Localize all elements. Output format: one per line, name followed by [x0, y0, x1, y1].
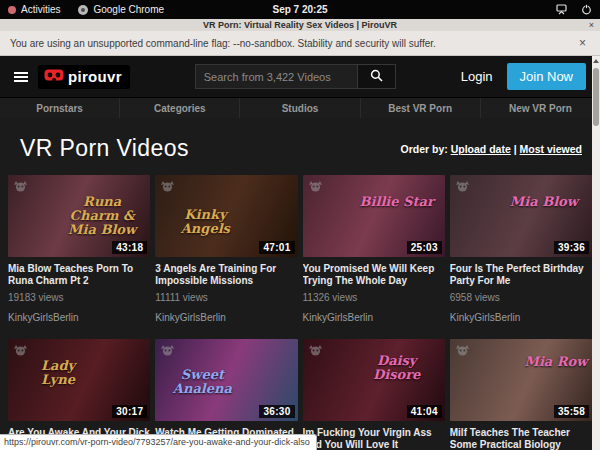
- activities-button[interactable]: Activities: [8, 4, 60, 15]
- nav-item-studios[interactable]: Studios: [239, 98, 359, 118]
- tab-close-icon[interactable]: ×: [589, 19, 594, 31]
- infobar-message: You are using an unsupported command-lin…: [10, 38, 436, 49]
- video-title[interactable]: Im Fucking Your Virgin Ass And You Will …: [303, 427, 445, 450]
- thumbnail-overlay-text: Daisy Disore: [353, 354, 441, 383]
- video-card[interactable]: Daisy Disore 41:04 Im Fucking Your Virgi…: [303, 339, 445, 450]
- duration-badge: 36:30: [259, 405, 294, 418]
- studio-watermark-icon: [160, 343, 175, 361]
- thumbnail-overlay-text: Kinky Angels: [161, 208, 249, 237]
- vr-headset-icon: [44, 68, 64, 86]
- video-card[interactable]: Mia Blow 39:36 Four Is The Perfect Birth…: [450, 175, 592, 325]
- video-thumbnail[interactable]: Kinky Angels 47:01: [155, 175, 297, 257]
- screen-share-icon[interactable]: [556, 4, 567, 15]
- order-by-label: Order by:: [400, 143, 447, 155]
- join-now-button[interactable]: Join Now: [507, 63, 586, 90]
- chrome-app-menu[interactable]: Google Chrome: [78, 4, 164, 15]
- view-count: 6958 views: [450, 292, 592, 303]
- thumbnail-overlay-text: Mia Row: [524, 355, 588, 369]
- duration-badge: 25:03: [407, 241, 442, 254]
- browser-tab-bar: VR Porn: Virtual Reality Sex Videos | Pi…: [0, 19, 600, 31]
- studio-watermark-icon: [455, 343, 470, 361]
- video-card[interactable]: Runa Charm & Mia Blow 43:18 Mia Blow Tea…: [8, 175, 150, 325]
- view-count: 11111 views: [155, 292, 297, 303]
- search-button[interactable]: [358, 64, 396, 89]
- thumbnail-overlay-text: Mia Blow: [500, 195, 588, 209]
- recording-indicator-icon: [8, 6, 16, 14]
- link-preview-status-bar: https://pirouvr.com/vr-porn-video/779325…: [0, 434, 317, 450]
- scrollbar-up-arrow-icon[interactable]: [593, 59, 599, 63]
- thumbnail-overlay-text: Lady Lyne: [26, 359, 90, 388]
- video-title[interactable]: 3 Angels Are Training For Impossible Mis…: [155, 263, 297, 287]
- video-title[interactable]: Mia Blow Teaches Porn To Runa Charm Pt 2: [8, 263, 150, 287]
- nav-item-best-vr-porn[interactable]: Best VR Porn: [360, 98, 480, 118]
- nav-item-categories[interactable]: Categories: [119, 98, 239, 118]
- vertical-scrollbar[interactable]: [592, 56, 600, 450]
- studio-link[interactable]: KinkyGirlsBerlin: [155, 312, 226, 323]
- main-nav: Pornstars Categories Studios Best VR Por…: [0, 97, 600, 118]
- duration-badge: 47:01: [259, 241, 294, 254]
- thumbnail-overlay-text: Runa Charm & Mia Blow: [58, 195, 146, 238]
- duration-badge: 41:04: [407, 405, 442, 418]
- tab-title[interactable]: VR Porn: Virtual Reality Sex Videos | Pi…: [203, 20, 397, 30]
- nav-item-new-vr-porn[interactable]: New VR Porn: [480, 98, 600, 118]
- video-card[interactable]: Kinky Angels 47:01 3 Angels Are Training…: [155, 175, 297, 325]
- view-count: 11326 views: [303, 292, 445, 303]
- infobar-close-icon[interactable]: ×: [575, 36, 590, 50]
- duration-badge: 30:17: [112, 405, 147, 418]
- search-input[interactable]: [195, 64, 358, 89]
- studio-link[interactable]: KinkyGirlsBerlin: [8, 312, 79, 323]
- studio-watermark-icon: [308, 179, 323, 197]
- site-header: pirouvr Login Join Now: [0, 56, 600, 97]
- video-thumbnail[interactable]: Sweet Analena 36:30: [155, 339, 297, 421]
- duration-badge: 43:18: [112, 241, 147, 254]
- menu-icon[interactable]: [14, 72, 28, 82]
- studio-watermark-icon: [160, 179, 175, 197]
- order-by-separator: |: [514, 143, 517, 155]
- video-card[interactable]: Mia Row 35:58 Milf Teaches The Teacher S…: [450, 339, 592, 450]
- studio-watermark-icon: [455, 179, 470, 197]
- scrollbar-thumb[interactable]: [593, 68, 599, 126]
- power-icon[interactable]: [581, 4, 592, 15]
- order-by-most-viewed-link[interactable]: Most viewed: [520, 143, 582, 155]
- studio-watermark-icon: [13, 179, 28, 197]
- login-button[interactable]: Login: [461, 69, 493, 84]
- logo-text: pirouvr: [68, 68, 122, 85]
- studio-link[interactable]: KinkyGirlsBerlin: [303, 312, 374, 323]
- studio-watermark-icon: [308, 343, 323, 361]
- duration-badge: 39:36: [554, 241, 589, 254]
- chrome-app-label: Google Chrome: [93, 4, 164, 15]
- video-thumbnail[interactable]: Daisy Disore 41:04: [303, 339, 445, 421]
- video-card[interactable]: Billie Star 25:03 You Promised We Will K…: [303, 175, 445, 325]
- studio-link[interactable]: KinkyGirlsBerlin: [450, 312, 521, 323]
- site-logo[interactable]: pirouvr: [38, 65, 130, 89]
- video-thumbnail[interactable]: Runa Charm & Mia Blow 43:18: [8, 175, 150, 257]
- chrome-icon: [78, 5, 88, 15]
- nav-item-pornstars[interactable]: Pornstars: [0, 98, 119, 118]
- video-thumbnail[interactable]: Billie Star 25:03: [303, 175, 445, 257]
- search-icon: [370, 68, 383, 86]
- thumbnail-overlay-text: Sweet Analena: [163, 368, 241, 397]
- video-title[interactable]: Milf Teaches The Teacher Some Practical …: [450, 427, 592, 450]
- video-title[interactable]: You Promised We Will Keep Trying The Who…: [303, 263, 445, 287]
- chrome-infobar: You are using an unsupported command-lin…: [0, 31, 600, 56]
- duration-badge: 35:58: [554, 405, 589, 418]
- thumbnail-overlay-text: Billie Star: [353, 195, 441, 209]
- page-title: VR Porn Videos: [20, 135, 189, 162]
- search-bar: [195, 64, 396, 89]
- order-by-upload-date-link[interactable]: Upload date: [451, 143, 511, 155]
- page-heading-row: VR Porn Videos Order by: Upload date | M…: [0, 118, 600, 175]
- activities-label: Activities: [21, 4, 60, 15]
- order-by-control: Order by: Upload date | Most viewed: [400, 143, 582, 155]
- video-thumbnail[interactable]: Mia Blow 39:36: [450, 175, 592, 257]
- video-grid: Runa Charm & Mia Blow 43:18 Mia Blow Tea…: [0, 175, 600, 450]
- view-count: 19183 views: [8, 292, 150, 303]
- video-title[interactable]: Four Is The Perfect Birthday Party For M…: [450, 263, 592, 287]
- system-top-bar: Activities Google Chrome Sep 7 20:25: [0, 0, 600, 19]
- video-thumbnail[interactable]: Mia Row 35:58: [450, 339, 592, 421]
- video-thumbnail[interactable]: Lady Lyne 30:17: [8, 339, 150, 421]
